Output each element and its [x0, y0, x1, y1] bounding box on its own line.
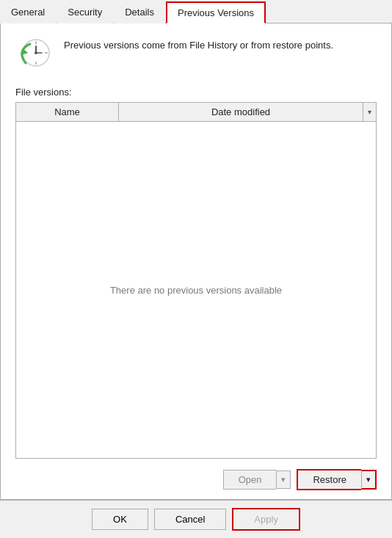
table-body: There are no previous versions available	[16, 122, 376, 458]
no-versions-message: There are no previous versions available	[110, 285, 282, 296]
svg-point-7	[35, 51, 37, 54]
table-header: Name Date modified ▾	[16, 103, 376, 122]
tab-general[interactable]: General	[0, 1, 56, 23]
chevron-down-icon: ▾	[368, 108, 371, 116]
info-row: Previous versions come from File History…	[15, 35, 377, 73]
col-name-header: Name	[16, 103, 119, 121]
file-versions-label: File versions:	[15, 87, 377, 98]
content-area: Previous versions come from File History…	[0, 23, 392, 500]
ok-button[interactable]: OK	[92, 509, 148, 530]
open-button[interactable]: Open	[223, 470, 277, 490]
restore-button[interactable]: Restore	[297, 469, 361, 490]
restore-dropdown-button[interactable]: ▾	[361, 470, 377, 490]
info-description: Previous versions come from File History…	[64, 35, 333, 53]
tab-previous-versions[interactable]: Previous Versions	[166, 1, 266, 23]
versions-table: Name Date modified ▾ There are no previo…	[15, 102, 377, 459]
dialog-footer: OK Cancel Apply	[0, 500, 392, 538]
tab-security[interactable]: Security	[57, 1, 113, 23]
tab-bar: General Security Details Previous Versio…	[0, 0, 392, 23]
open-dropdown-button[interactable]: ▾	[276, 470, 291, 489]
column-dropdown-button[interactable]: ▾	[363, 103, 376, 121]
tab-details[interactable]: Details	[114, 1, 165, 23]
col-date-header: Date modified	[119, 103, 363, 121]
action-buttons: Open ▾ Restore ▾	[15, 469, 377, 490]
dialog: General Security Details Previous Versio…	[0, 0, 392, 538]
restore-chevron-icon: ▾	[366, 475, 371, 484]
file-history-icon	[15, 35, 54, 73]
cancel-button[interactable]: Cancel	[154, 509, 226, 530]
open-chevron-icon: ▾	[281, 475, 286, 484]
apply-button[interactable]: Apply	[232, 508, 300, 531]
